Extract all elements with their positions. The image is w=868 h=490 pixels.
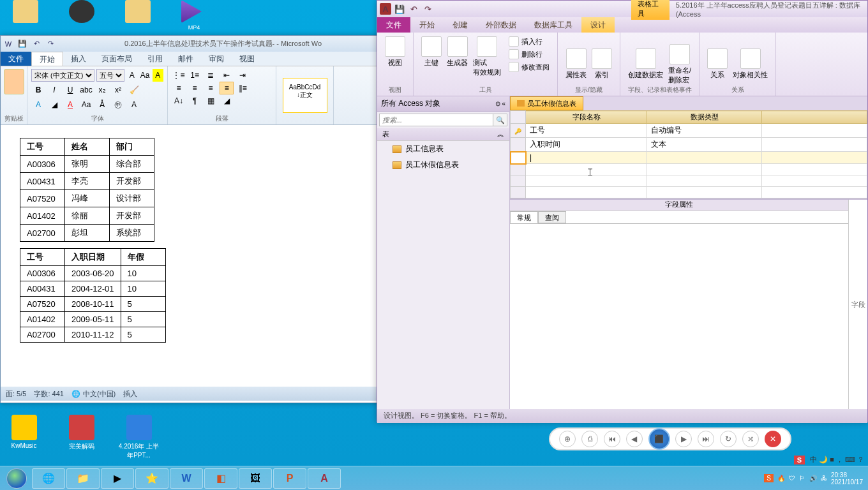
bullets-icon[interactable]: ⋮≡ <box>172 69 186 82</box>
clear-format-icon[interactable]: 🧹 <box>127 84 141 96</box>
underline-icon[interactable]: U <box>63 84 77 96</box>
start-button[interactable] <box>3 468 31 489</box>
tab-file[interactable]: 文件 <box>1 52 31 66</box>
nav-table-item[interactable]: 员工休假信息表 <box>377 157 509 173</box>
status-insert[interactable]: 插入 <box>123 389 137 399</box>
align-right-icon[interactable]: ≡ <box>204 82 218 94</box>
tab-references[interactable]: 引用 <box>140 52 170 66</box>
forward-icon[interactable]: ▶ <box>675 431 692 447</box>
tab-design[interactable]: 设计 <box>581 17 615 33</box>
taskbar-access-icon[interactable]: A <box>308 468 341 489</box>
line-spacing-icon[interactable]: ‖≡ <box>236 82 250 94</box>
taskbar-ppt2-icon[interactable]: P <box>273 468 306 489</box>
search-input[interactable] <box>379 114 493 126</box>
play-button[interactable]: ⬛ <box>648 428 670 450</box>
rewind-icon[interactable]: ◀ <box>626 431 643 447</box>
font-color-icon[interactable]: A <box>63 98 77 111</box>
network-tray-icon[interactable]: 🖧 <box>821 475 827 482</box>
table-design-tab[interactable]: 员工休假信息表 <box>510 96 583 110</box>
taskbar-gallery-icon[interactable]: 🖼 <box>239 468 272 489</box>
strike-icon[interactable]: abc <box>79 84 93 96</box>
modify-lookup-button[interactable]: 修改查阅 <box>506 61 552 73</box>
search-icon[interactable]: 🔍 <box>493 114 507 126</box>
char-scale-icon[interactable]: Aa <box>79 98 93 111</box>
flame-tray-icon[interactable]: 🔥 <box>777 475 785 482</box>
indexes-button[interactable]: 索引 <box>589 47 615 81</box>
repeat-icon[interactable]: ↻ <box>720 431 737 447</box>
taskbar-star-icon[interactable]: ⭐ <box>135 468 168 489</box>
italic-icon[interactable]: I <box>47 84 61 96</box>
borders-icon[interactable]: ▦ <box>204 94 218 107</box>
tab-view[interactable]: 视图 <box>232 52 262 66</box>
flag-tray-icon[interactable]: 🏳 <box>799 475 805 482</box>
taskbar-media-icon[interactable]: ▶ <box>101 468 134 489</box>
builder-button[interactable]: 生成器 <box>444 35 470 69</box>
desktop-decoder-icon[interactable]: 完美解码 <box>61 415 102 460</box>
dependencies-button[interactable]: 对象相关性 <box>730 47 770 81</box>
grow-font-icon[interactable]: A <box>126 69 137 82</box>
word-titlebar[interactable]: W 💾 ↶ ↷ 0.2016上半年信息处理技术员下午操作考试真题- - Micr… <box>1 36 378 52</box>
zoom-icon[interactable]: ⊕ <box>559 431 576 447</box>
paste-button[interactable] <box>4 69 24 94</box>
shuffle-icon[interactable]: ⤮ <box>742 431 759 447</box>
desktop-ppt-file-icon[interactable]: 4.2016年 上半年PPT... <box>118 415 160 460</box>
tab-insert[interactable]: 插入 <box>63 52 94 66</box>
test-rules-button[interactable]: 测试 有效规则 <box>470 35 504 78</box>
taskbar-explorer-icon[interactable]: 📁 <box>66 468 100 489</box>
access-titlebar[interactable]: A 💾 ↶ ↷ 表格工具 5.2016年 上半年access应聘人员登记表题目五… <box>377 1 867 17</box>
tab-file[interactable]: 文件 <box>377 17 410 33</box>
create-macro-button[interactable]: 创建数据宏 <box>625 47 666 81</box>
undo-icon[interactable]: ↶ <box>31 39 41 49</box>
desktop-panda-icon[interactable] <box>63 0 101 32</box>
taskbar-clock[interactable]: 20:382021/10/17 <box>831 471 863 486</box>
redo-icon[interactable]: ↷ <box>45 39 56 49</box>
desktop-mp4-icon[interactable]: MP4 <box>175 0 213 32</box>
taskbar-ie-icon[interactable]: 🌐 <box>32 468 65 489</box>
status-language[interactable]: 🌐 中文(中国) <box>71 389 116 399</box>
enclose-icon[interactable]: ㊥ <box>111 98 125 111</box>
desktop-folder-icon[interactable] <box>6 0 45 32</box>
numbering-icon[interactable]: 1≡ <box>188 69 202 82</box>
tab-layout[interactable]: 页面布局 <box>94 52 140 66</box>
close-button[interactable]: ✕ <box>765 431 781 447</box>
sort-icon[interactable]: A↓ <box>172 94 186 107</box>
align-center-icon[interactable]: ≡ <box>188 82 202 94</box>
font-size-select[interactable]: 五号 <box>96 69 124 82</box>
ime-brand-icon[interactable]: S <box>794 456 805 464</box>
primary-key-button[interactable]: 主键 <box>419 35 444 69</box>
nav-table-item[interactable]: 员工信息表 <box>377 141 509 157</box>
bold-icon[interactable]: B <box>31 84 45 96</box>
undo-icon[interactable]: ↶ <box>408 3 419 15</box>
tab-review[interactable]: 审阅 <box>201 52 232 66</box>
ime-status[interactable]: 中 🌙 ■ ， ⌨ ？ <box>810 455 864 464</box>
justify-icon[interactable]: ≡ <box>220 82 234 94</box>
shading2-icon[interactable]: ◢ <box>220 94 234 107</box>
rename-macro-button[interactable]: 重命名/ 删除宏 <box>666 43 694 86</box>
subscript-icon[interactable]: x₂ <box>95 84 109 96</box>
font-name-select[interactable]: 宋体 (中文正文) <box>31 69 94 82</box>
nav-group-tables[interactable]: 表︽ <box>377 128 509 141</box>
property-sheet-button[interactable]: 属性表 <box>563 47 589 81</box>
align-left-icon[interactable]: ≡ <box>172 82 186 94</box>
next-icon[interactable]: ⏭ <box>698 431 714 447</box>
speaker-tray-icon[interactable]: 🔊 <box>809 475 817 482</box>
highlight-icon[interactable]: A <box>153 69 163 82</box>
props-tab-lookup[interactable]: 查阅 <box>538 211 566 223</box>
superscript-icon[interactable]: x² <box>111 84 125 96</box>
relationships-button[interactable]: 关系 <box>705 47 730 81</box>
show-marks-icon[interactable]: ¶ <box>188 94 202 107</box>
props-grid[interactable] <box>510 224 848 409</box>
indent-left-icon[interactable]: ⇤ <box>220 69 234 82</box>
shield-tray-icon[interactable]: 🛡 <box>789 475 795 482</box>
tab-home[interactable]: 开始 <box>410 17 444 33</box>
phonetic-icon[interactable]: A̽ <box>95 98 109 111</box>
save-icon[interactable]: 💾 <box>394 3 405 15</box>
view-button[interactable]: 视图 <box>382 35 408 69</box>
taskbar-ppt-icon[interactable]: ◧ <box>204 468 237 489</box>
change-case-icon[interactable]: Aa <box>139 69 150 82</box>
delete-row-button[interactable]: 删除行 <box>506 48 552 61</box>
status-page[interactable]: 面: 5/5 <box>6 389 26 399</box>
insert-row-button[interactable]: 插入行 <box>506 35 552 48</box>
sogou-tray-icon[interactable]: S <box>764 474 774 482</box>
style-normal[interactable]: AaBbCcDd ↓正文 <box>283 78 327 113</box>
